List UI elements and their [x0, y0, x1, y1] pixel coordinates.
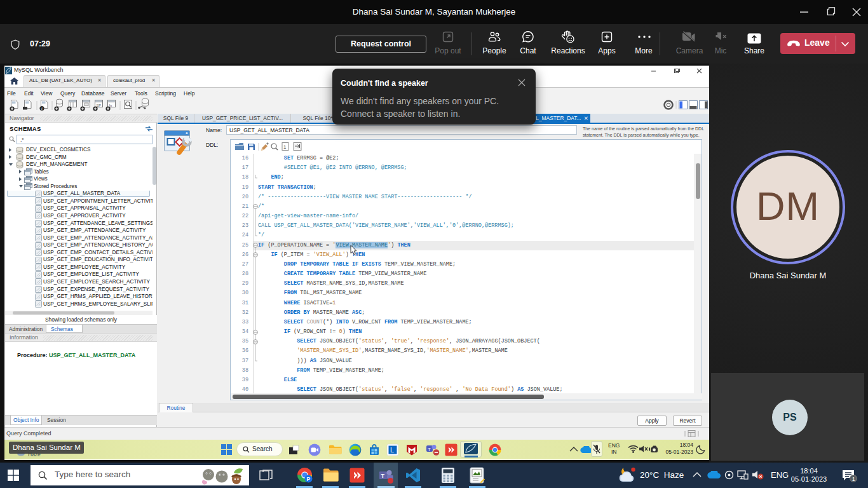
svg-text:1: 1: [852, 476, 855, 482]
svg-text:SP: SP: [97, 104, 102, 107]
svg-text:T: T: [381, 473, 385, 479]
svg-text:fn: fn: [109, 104, 112, 107]
svg-text:1: 1: [283, 144, 287, 150]
svg-text:P: P: [307, 476, 311, 482]
svg-text:L: L: [390, 446, 394, 454]
svg-text:T: T: [428, 447, 431, 452]
